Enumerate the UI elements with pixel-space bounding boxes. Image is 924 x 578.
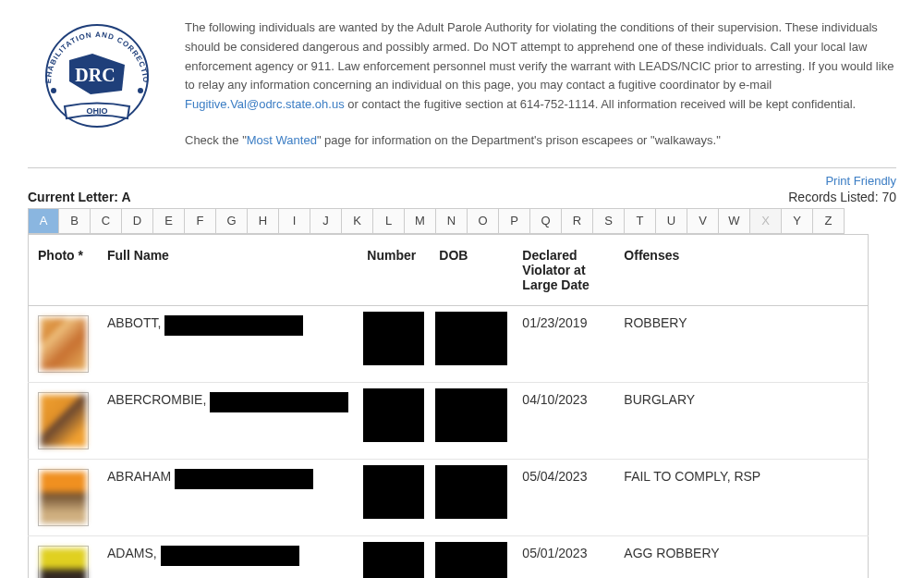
letter-w[interactable]: W [719,208,750,234]
letter-h[interactable]: H [248,208,279,234]
dob-cell [430,535,513,578]
letter-g[interactable]: G [216,208,248,234]
surname: ABRAHAM [107,469,171,484]
redacted-dob [435,388,507,442]
records-listed: Records Listed: 70 [788,190,896,204]
svg-point-5 [138,88,143,93]
dob-cell [430,382,513,459]
offenses-cell: ROBBERY [614,305,868,382]
col-header-dob[interactable]: DOB [430,234,513,305]
letter-p[interactable]: P [499,208,530,234]
surname: ABERCROMBIE, [107,392,206,407]
print-friendly-link[interactable]: Print Friendly [825,174,896,188]
check-text-a: Check the " [185,133,247,147]
violator-date: 05/01/2023 [513,535,614,578]
violator-date: 01/23/2019 [513,305,614,382]
letter-k[interactable]: K [342,208,373,234]
agency-logo: REHABILITATION AND CORRECTION DRC OHIO [28,18,166,151]
mugshot [38,392,89,449]
letter-l[interactable]: L [373,208,405,234]
current-letter-label: Current Letter: A [28,190,131,204]
violator-date: 04/10/2023 [513,382,614,459]
dob-cell [430,459,513,535]
col-header-number[interactable]: Number [358,234,430,305]
name-cell: ABERCROMBIE, [98,382,358,459]
letter-j[interactable]: J [310,208,342,234]
col-header-offenses[interactable]: Offenses [614,234,868,305]
letter-u[interactable]: U [656,208,687,234]
surname: ADAMS, [107,546,157,560]
table-body: ABBOTT, 01/23/2019ROBBERYABERCROMBIE, 04… [29,305,869,578]
photo-cell [29,459,99,535]
letter-s[interactable]: S [593,208,625,234]
table-row: ADAMS, 05/01/2023AGG ROBBERY [29,535,869,578]
offenses-cell: FAIL TO COMPLY, RSP [614,459,868,535]
letter-c[interactable]: C [91,208,122,234]
letter-y[interactable]: Y [782,208,813,234]
offenses-cell: AGG ROBBERY [614,535,868,578]
letter-i[interactable]: I [279,208,310,234]
redacted-number [363,388,424,442]
letter-q[interactable]: Q [530,208,562,234]
letter-d[interactable]: D [122,208,153,234]
col-header-date[interactable]: Declared Violator at Large Date [513,234,614,305]
redacted-number [363,465,424,519]
redacted-number [363,542,424,578]
intro-paragraph-b: or contact the fugitive section at 614-7… [345,97,857,111]
letter-t[interactable]: T [625,208,656,234]
redacted-name [210,392,348,412]
mugshot [38,469,89,526]
number-cell [358,535,430,578]
name-cell: ABBOTT, [98,305,358,382]
redacted-name [164,315,303,336]
number-cell [358,305,430,382]
redacted-dob [435,312,507,365]
letter-b[interactable]: B [59,208,91,234]
violator-date: 05/04/2023 [513,459,614,535]
alphabet-filter: ABCDEFGHIJKLMNOPQRSTUVWXYZ [18,208,906,234]
svg-text:OHIO: OHIO [86,106,107,116]
redacted-number [363,312,424,365]
intro-paragraph-a: The following individuals are wanted by … [185,20,894,92]
violators-table: Photo * Full Name Number DOB Declared Vi… [28,234,869,578]
name-cell: ABRAHAM [98,459,358,535]
letter-z[interactable]: Z [813,208,845,234]
mugshot [38,315,89,373]
photo-cell [29,382,99,459]
surname: ABBOTT, [107,315,161,330]
photo-cell [29,535,99,578]
letter-f[interactable]: F [185,208,216,234]
letter-a[interactable]: A [28,208,59,234]
col-header-name[interactable]: Full Name [98,234,358,305]
fugitive-email-link[interactable]: Fugitive.Val@odrc.state.oh.us [185,97,345,111]
redacted-dob [435,542,507,578]
letter-e[interactable]: E [153,208,185,234]
dob-cell [430,305,513,382]
letter-x: X [750,208,782,234]
table-row: ABBOTT, 01/23/2019ROBBERY [29,305,869,382]
svg-text:DRC: DRC [75,65,115,85]
svg-point-4 [51,88,56,93]
check-text-b: " page for information on the Department… [317,133,721,147]
letter-o[interactable]: O [468,208,499,234]
number-cell [358,382,430,459]
letter-n[interactable]: N [436,208,468,234]
most-wanted-link[interactable]: Most Wanted [247,133,317,147]
mugshot [38,546,89,578]
redacted-dob [435,465,507,519]
letter-m[interactable]: M [405,208,436,234]
col-header-photo[interactable]: Photo * [29,234,99,305]
letter-v[interactable]: V [687,208,719,234]
letter-r[interactable]: R [562,208,593,234]
photo-cell [29,305,99,382]
redacted-name [175,469,313,489]
table-row: ABRAHAM 05/04/2023FAIL TO COMPLY, RSP [29,459,869,535]
number-cell [358,459,430,535]
intro-text: The following individuals are wanted by … [185,18,896,151]
offenses-cell: BURGLARY [614,382,868,459]
name-cell: ADAMS, [98,535,358,578]
table-row: ABERCROMBIE, 04/10/2023BURGLARY [29,382,869,459]
redacted-name [161,546,299,566]
divider [28,167,896,168]
